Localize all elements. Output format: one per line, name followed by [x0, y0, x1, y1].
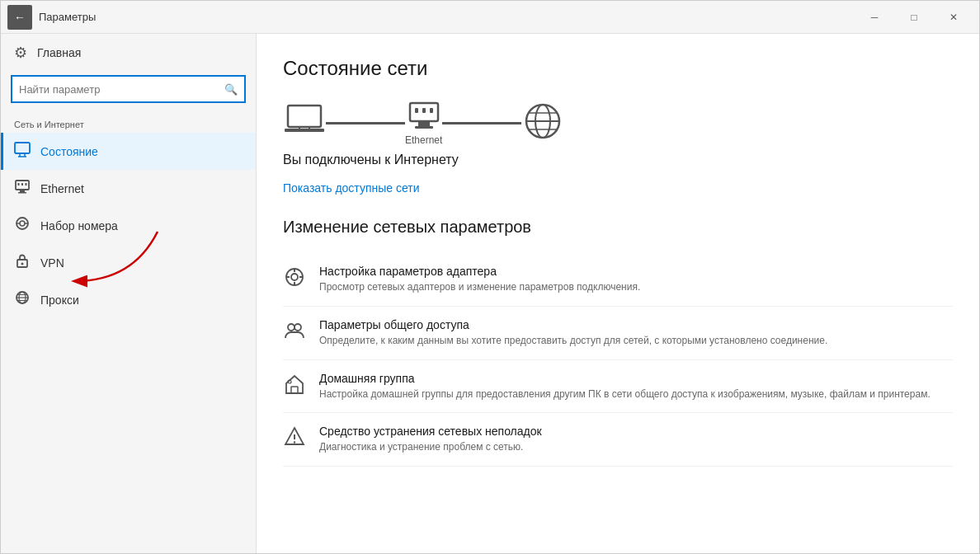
section-label: Сеть и Интернет — [1, 113, 256, 133]
settings-item-homegroup[interactable]: Домашняя группаНастройка домашней группы… — [283, 360, 953, 414]
sidebar-item-proxy[interactable]: Прокси — [1, 281, 256, 318]
sidebar-item-ethernet[interactable]: Ethernet — [1, 170, 256, 207]
window-controls: ─ □ ✕ — [855, 4, 973, 31]
svg-point-48 — [294, 442, 295, 444]
search-icon: 🔍 — [224, 83, 238, 96]
svg-rect-30 — [422, 108, 426, 113]
sidebar-home[interactable]: ⚙ Главная — [1, 34, 256, 72]
ethernet-nav-icon — [14, 178, 31, 199]
adapter-title: Настройка параметров адаптера — [319, 265, 953, 278]
homegroup-icon — [283, 373, 306, 400]
status-nav-icon — [14, 141, 31, 162]
troubleshoot-title: Средство устранения сетевых неполадок — [319, 425, 953, 438]
svg-rect-6 — [20, 190, 25, 192]
main-content: Состояние сети — [257, 34, 979, 553]
svg-rect-45 — [291, 387, 298, 393]
svg-rect-1 — [15, 143, 30, 153]
network-diagram: Ethernet — [283, 100, 953, 146]
line2 — [365, 122, 405, 124]
close-button[interactable]: ✕ — [935, 4, 973, 31]
adapter-text: Настройка параметров адаптераПросмотр се… — [319, 265, 953, 294]
content-area: ⚙ Главная 🔍 Сеть и Интернет СостояниеEth… — [1, 34, 979, 553]
svg-point-44 — [294, 324, 301, 331]
search-box: 🔍 — [11, 75, 246, 103]
proxy-nav-label: Прокси — [40, 293, 79, 307]
page-title: Состояние сети — [283, 57, 953, 80]
settings-item-sharing[interactable]: Параметры общего доступаОпределите, к ка… — [283, 307, 953, 360]
vpn-nav-icon — [14, 252, 31, 273]
svg-point-38 — [291, 274, 298, 280]
troubleshoot-icon — [283, 426, 306, 453]
svg-rect-22 — [288, 106, 321, 127]
ethernet-label: Ethernet — [405, 134, 442, 146]
dialup-nav-icon — [14, 215, 31, 236]
sidebar-item-status[interactable]: Состояние — [1, 133, 256, 170]
dialup-nav-label: Набор номера — [40, 219, 118, 232]
nav-items: СостояниеEthernetНабор номераVPNПрокси — [1, 133, 256, 318]
line3 — [442, 122, 482, 124]
show-networks-link[interactable]: Показать доступные сети — [283, 181, 420, 195]
svg-rect-31 — [430, 108, 433, 113]
svg-point-16 — [21, 263, 24, 265]
sidebar-item-vpn[interactable]: VPN — [1, 244, 256, 281]
ethernet-nav-label: Ethernet — [40, 182, 84, 195]
svg-rect-27 — [418, 121, 430, 126]
globe-icon — [521, 100, 564, 146]
home-label: Главная — [37, 46, 81, 59]
line1 — [326, 122, 365, 124]
homegroup-desc: Настройка домашней группы для предоставл… — [319, 387, 953, 401]
svg-rect-9 — [21, 183, 23, 185]
svg-rect-10 — [26, 183, 27, 185]
svg-rect-23 — [285, 129, 324, 132]
sidebar: ⚙ Главная 🔍 Сеть и Интернет СостояниеEth… — [1, 34, 257, 553]
sharing-desc: Определите, к каким данным вы хотите пре… — [319, 334, 953, 348]
svg-rect-7 — [18, 192, 26, 194]
homegroup-text: Домашняя группаНастройка домашней группы… — [319, 372, 953, 401]
svg-rect-29 — [415, 108, 418, 113]
change-settings-title: Изменение сетевых параметров — [283, 218, 953, 237]
svg-rect-8 — [18, 183, 20, 185]
status-nav-label: Состояние — [40, 145, 98, 158]
sharing-title: Параметры общего доступа — [319, 318, 953, 331]
window-title: Параметры — [39, 11, 855, 23]
proxy-nav-icon — [14, 289, 31, 310]
maximize-button[interactable]: □ — [895, 4, 933, 31]
line4 — [482, 122, 521, 124]
svg-point-43 — [288, 324, 294, 331]
minimize-button[interactable]: ─ — [855, 4, 893, 31]
settings-list: Настройка параметров адаптераПросмотр се… — [283, 253, 953, 467]
adapter-desc: Просмотр сетевых адаптеров и изменение п… — [319, 280, 953, 294]
sharing-text: Параметры общего доступаОпределите, к ка… — [319, 318, 953, 348]
homegroup-title: Домашняя группа — [319, 372, 953, 385]
vpn-nav-label: VPN — [40, 256, 64, 270]
sharing-icon — [283, 320, 306, 346]
adapter-icon — [283, 266, 306, 293]
home-icon: ⚙ — [14, 44, 27, 62]
troubleshoot-desc: Диагностика и устранение проблем с сетью… — [319, 440, 953, 454]
search-input[interactable] — [19, 83, 224, 96]
troubleshoot-text: Средство устранения сетевых неполадокДиа… — [319, 425, 953, 454]
settings-item-troubleshoot[interactable]: Средство устранения сетевых неполадокДиа… — [283, 413, 953, 467]
settings-item-adapter[interactable]: Настройка параметров адаптераПросмотр се… — [283, 253, 953, 307]
svg-point-12 — [20, 221, 25, 226]
sidebar-item-dialup[interactable]: Набор номера — [1, 207, 256, 244]
window: ← Параметры ─ □ ✕ ⚙ Главная — [0, 0, 980, 554]
computer-icon — [283, 102, 326, 144]
title-bar: ← Параметры ─ □ ✕ — [1, 1, 979, 34]
back-button[interactable]: ← — [7, 5, 32, 30]
svg-rect-28 — [415, 126, 433, 129]
ethernet-icon-group: Ethernet — [405, 100, 442, 146]
connected-text: Вы подключены к Интернету — [283, 153, 953, 167]
